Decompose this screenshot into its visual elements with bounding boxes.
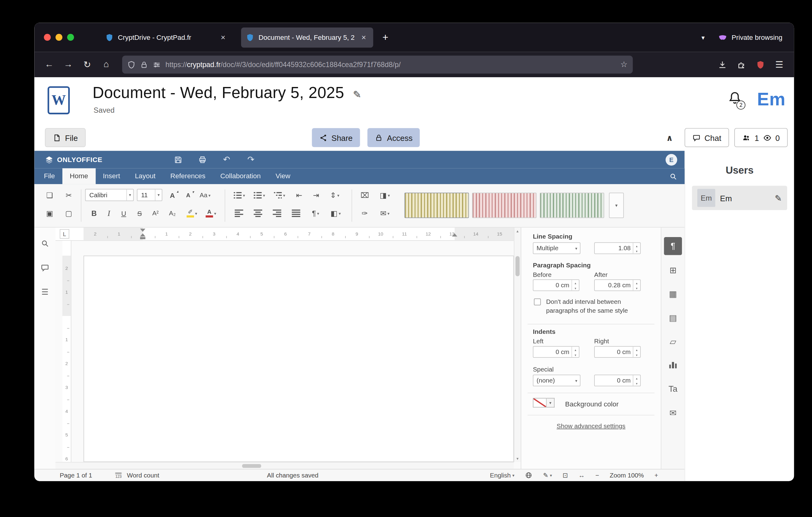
menu-tab-view[interactable]: View <box>268 168 298 184</box>
tracking-shield-icon[interactable] <box>127 61 135 69</box>
superscript-button[interactable]: A² <box>149 207 163 220</box>
spacing-after-spinner[interactable]: 0.28 cm ▴▾ <box>594 279 641 291</box>
redo-button[interactable]: ↷ <box>243 153 259 166</box>
multilevel-list-button[interactable]: ▾ <box>271 188 288 202</box>
editor-user-avatar[interactable]: E <box>665 154 677 165</box>
scroll-up-arrow[interactable]: ▴ <box>514 228 521 234</box>
document-page[interactable] <box>84 256 514 462</box>
chart-settings-icon[interactable] <box>664 356 682 374</box>
font-size-select[interactable]: 11▾ <box>137 189 163 201</box>
copy-style-button[interactable]: ✑ <box>358 207 372 220</box>
change-case-button[interactable]: Aa▾ <box>196 188 214 202</box>
horizontal-scroll-thumb[interactable] <box>242 464 261 467</box>
word-count-button[interactable]: Word count <box>127 472 160 479</box>
background-color-swatch[interactable] <box>533 398 547 407</box>
horizontal-scrollbar[interactable] <box>55 462 514 469</box>
style-preview-3[interactable] <box>540 193 604 218</box>
subscript-button[interactable]: A₂ <box>166 207 179 220</box>
zoom-out-button[interactable]: − <box>596 472 599 479</box>
background-color-picker[interactable]: ▾ <box>533 398 555 407</box>
tab-close-icon[interactable]: × <box>219 33 228 42</box>
tab-stop-selector[interactable]: L <box>60 229 69 239</box>
left-indent-marker[interactable] <box>140 230 145 237</box>
menu-tab-file[interactable]: File <box>36 168 62 184</box>
user-list-button[interactable]: 1 0 <box>734 128 788 147</box>
special-indent-spinner[interactable]: 0 cm ▴▾ <box>594 375 641 386</box>
menu-tab-home[interactable]: Home <box>62 168 95 184</box>
edit-user-name-icon[interactable]: ✎ <box>775 193 782 203</box>
connection-lock-icon[interactable] <box>140 61 148 69</box>
forward-button[interactable]: → <box>60 57 77 73</box>
menu-tab-layout[interactable]: Layout <box>127 168 163 184</box>
highlight-color-button[interactable]: ✐ ▾ <box>183 207 200 220</box>
strikethrough-button[interactable]: S <box>133 207 147 220</box>
zoom-in-button[interactable]: + <box>655 472 658 479</box>
close-window-button[interactable] <box>44 34 51 41</box>
italic-button[interactable]: I <box>102 207 116 220</box>
font-color-button[interactable]: A ▾ <box>203 207 220 220</box>
back-button[interactable]: ← <box>41 57 58 73</box>
access-button[interactable]: Access <box>368 128 420 147</box>
language-selector[interactable]: English▾ <box>490 472 514 479</box>
table-settings-icon[interactable]: ⊞ <box>664 261 682 279</box>
undo-button[interactable]: ↶ <box>219 153 235 166</box>
paragraph-color-button[interactable]: ◨▾ <box>376 188 394 202</box>
textart-settings-icon[interactable]: Ta <box>664 380 682 398</box>
align-center-button[interactable] <box>251 207 265 220</box>
vertical-scrollbar[interactable]: ▴ ▾ <box>514 227 520 462</box>
app-menu-icon[interactable]: ☰ <box>771 57 787 73</box>
mailmerge-button[interactable]: ✉▾ <box>376 207 394 220</box>
cut-button[interactable]: ✂ <box>62 188 76 202</box>
collapse-toolbar-button[interactable]: ∧ <box>660 128 679 147</box>
bold-button[interactable]: B <box>87 207 101 220</box>
menu-tab-collaboration[interactable]: Collaboration <box>213 168 268 184</box>
copy-button[interactable]: ❏ <box>43 188 57 202</box>
extensions-icon[interactable] <box>733 57 750 73</box>
home-button[interactable]: ⌂ <box>98 57 115 73</box>
indent-right-spinner[interactable]: 0 cm ▴▾ <box>594 346 641 358</box>
browser-tab-document[interactable]: Document - Wed, February 5, 2 × <box>241 27 373 48</box>
styles-gallery-expand-button[interactable]: ▾ <box>609 193 624 218</box>
vertical-scroll-thumb[interactable] <box>516 256 520 276</box>
ublock-icon[interactable] <box>752 57 768 73</box>
browser-tab-cryptdrive[interactable]: CryptDrive - CryptPad.fr × <box>100 27 233 48</box>
comments-icon[interactable] <box>40 263 51 273</box>
reload-button[interactable]: ↻ <box>79 57 95 73</box>
mailmerge-settings-icon[interactable]: ✉ <box>664 404 682 422</box>
search-icon[interactable] <box>669 168 677 184</box>
chat-button[interactable]: Chat <box>685 128 729 147</box>
background-color-dropdown[interactable]: ▾ <box>547 398 555 407</box>
address-bar[interactable]: https://cryptpad.fr/doc/#/3/doc/edit/ff0… <box>122 55 633 74</box>
select-all-button[interactable]: ▢ <box>62 207 76 220</box>
align-justify-button[interactable] <box>289 207 303 220</box>
edit-title-icon[interactable]: ✎ <box>353 89 361 100</box>
minimize-window-button[interactable] <box>55 34 62 41</box>
decrease-indent-button[interactable]: ⇤ <box>292 188 306 202</box>
style-preview-2[interactable] <box>472 193 536 218</box>
special-indent-select[interactable]: (none)▾ <box>533 375 581 386</box>
menu-tab-insert[interactable]: Insert <box>95 168 127 184</box>
style-preview-1[interactable] <box>404 193 469 218</box>
fit-page-icon[interactable]: ⊡ <box>563 472 568 479</box>
save-button[interactable] <box>170 153 186 166</box>
downloads-icon[interactable] <box>714 57 731 73</box>
left-indent-box[interactable] <box>140 237 145 239</box>
list-tabs-chevron-icon[interactable]: ▾ <box>696 34 710 41</box>
document-language-icon[interactable] <box>525 472 532 479</box>
permissions-icon[interactable] <box>153 61 161 69</box>
print-button[interactable] <box>194 153 210 166</box>
align-right-button[interactable] <box>270 207 284 220</box>
fit-width-icon[interactable]: ↔ <box>579 472 585 479</box>
font-name-select[interactable]: Calibri▾ <box>85 189 134 201</box>
spacing-before-spinner[interactable]: 0 cm ▴▾ <box>533 279 579 291</box>
line-spacing-value-spinner[interactable]: 1.08 ▴▾ <box>594 242 641 254</box>
document-title[interactable]: Document - Wed, February 5, 2025 <box>92 84 344 101</box>
advanced-settings-link[interactable]: Show advanced settings <box>521 423 661 430</box>
paragraph-settings-icon[interactable]: ¶ <box>664 237 682 255</box>
increase-indent-button[interactable]: ⇥ <box>309 188 323 202</box>
share-button[interactable]: Share <box>312 128 360 147</box>
shrink-font-button[interactable]: A▾ <box>181 188 195 202</box>
find-icon[interactable] <box>40 238 51 249</box>
nonprinting-characters-button[interactable]: ¶▾ <box>307 207 324 220</box>
indent-left-spinner[interactable]: 0 cm ▴▾ <box>533 346 579 358</box>
